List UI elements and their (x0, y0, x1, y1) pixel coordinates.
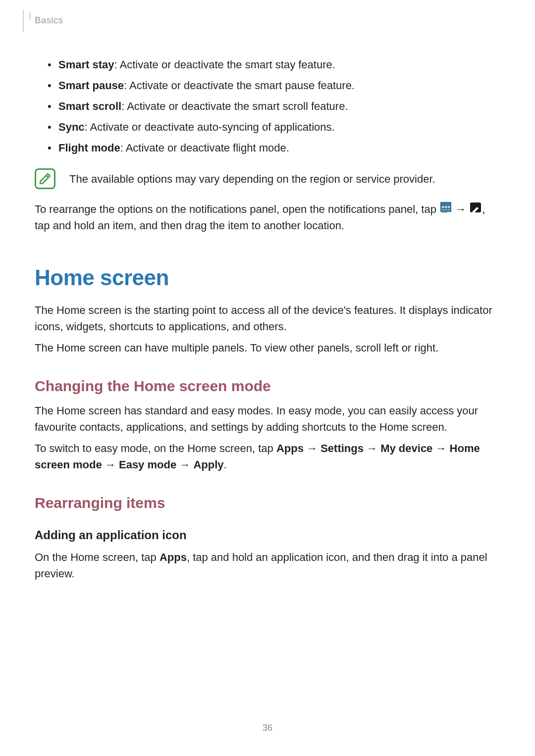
svg-rect-3 (442, 209, 444, 211)
svg-rect-7 (445, 212, 447, 213)
bullet-desc: : Activate or deactivate the smart scrol… (121, 100, 348, 112)
svg-rect-5 (448, 209, 450, 211)
list-item: Flight mode: Activate or deactivate flig… (45, 140, 500, 156)
page-content: Smart stay: Activate or deactivate the s… (35, 56, 500, 582)
path-step: Apply (193, 458, 223, 471)
bullet-term: Smart pause (58, 79, 124, 92)
svg-rect-0 (442, 206, 444, 208)
text-fragment: On the Home screen, tap (35, 551, 160, 563)
arrow-separator: → (432, 442, 449, 454)
section-header: Basics (35, 15, 63, 26)
list-item: Smart scroll: Activate or deactivate the… (45, 98, 500, 115)
heading-adding-app-icon: Adding an application icon (35, 528, 500, 542)
arrow-separator: → (176, 458, 193, 471)
heading-rearranging-items: Rearranging items (35, 495, 500, 511)
note-callout: The available options may vary depending… (35, 168, 500, 189)
text-fragment: . (224, 458, 227, 471)
adding-app-paragraph: On the Home screen, tap Apps, tap and ho… (35, 549, 500, 582)
intro-paragraph-2: The Home screen can have multiple panels… (35, 340, 500, 356)
text-fragment: To switch to easy mode, on the Home scre… (35, 442, 276, 454)
path-step: Apps (160, 551, 187, 563)
document-page: Basics Smart stay: Activate or deactivat… (0, 0, 535, 756)
note-icon (35, 168, 55, 189)
list-item: Sync: Activate or deactivate auto-syncin… (45, 119, 500, 136)
list-item: Smart stay: Activate or deactivate the s… (45, 56, 500, 73)
bullet-term: Smart stay (58, 58, 114, 71)
arrow-separator: → (102, 458, 119, 471)
bullet-desc: : Activate or deactivate the smart stay … (114, 58, 335, 71)
bullet-term: Smart scroll (58, 100, 121, 112)
page-number: 36 (0, 723, 535, 733)
mode-paragraph-1: The Home screen has standard and easy mo… (35, 403, 500, 435)
bullet-term: Flight mode (58, 142, 120, 154)
arrow-separator: → (364, 442, 380, 454)
svg-rect-2 (448, 206, 450, 208)
arrow-separator: → (304, 442, 321, 454)
list-item: Smart pause: Activate or deactivate the … (45, 77, 500, 94)
path-step: Settings (321, 442, 364, 454)
bullet-desc: : Activate or deactivate flight mode. (120, 142, 289, 154)
svg-rect-6 (442, 212, 444, 213)
rearrange-paragraph: To rearrange the options on the notifica… (35, 201, 500, 234)
heading-changing-mode: Changing the Home screen mode (35, 378, 500, 395)
path-step: Apps (276, 442, 304, 454)
bullet-desc: : Activate or deactivate auto-syncing of… (85, 121, 335, 133)
path-step: My device (380, 442, 432, 454)
text-fragment: To rearrange the options on the notifica… (35, 203, 439, 215)
arrow-separator: → (455, 203, 469, 215)
intro-paragraph-1: The Home screen is the starting point to… (35, 302, 500, 335)
heading-home-screen: Home screen (35, 265, 500, 290)
mode-paragraph-2: To switch to easy mode, on the Home scre… (35, 440, 500, 473)
header-rule-vertical (23, 10, 24, 32)
svg-rect-1 (445, 206, 447, 208)
quick-settings-icon (440, 202, 451, 212)
edit-pencil-icon (470, 202, 481, 212)
note-text: The available options may vary depending… (69, 171, 435, 187)
feature-bullet-list: Smart stay: Activate or deactivate the s… (45, 56, 500, 156)
path-step: Easy mode (119, 458, 176, 471)
svg-rect-4 (445, 209, 447, 211)
bullet-term: Sync (58, 121, 85, 133)
header-tick (30, 12, 31, 19)
bullet-desc: : Activate or deactivate the smart pause… (124, 79, 355, 92)
